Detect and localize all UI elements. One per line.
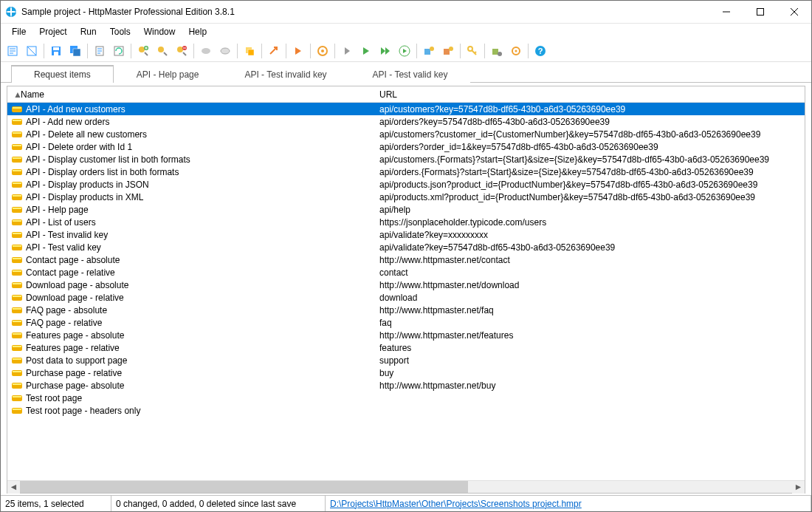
tab-request-items[interactable]: Request items xyxy=(11,65,114,83)
row-url: api/products.xml?product_id={ProductNumb… xyxy=(375,192,805,202)
table-row[interactable]: API - Test invalid keyapi/validate?key=x… xyxy=(7,228,805,241)
request-item-icon xyxy=(10,355,24,366)
table-row[interactable]: FAQ page - absolutehttp://www.httpmaster… xyxy=(7,304,805,316)
table-row[interactable]: API - Display customer list in both form… xyxy=(7,153,805,165)
table-row[interactable]: Download page - absolutehttp://www.httpm… xyxy=(7,279,805,291)
svg-rect-82 xyxy=(13,371,21,372)
table-row[interactable]: API - Add new customersapi/customers?key… xyxy=(7,103,805,115)
auth-basic-button[interactable] xyxy=(420,42,438,60)
request-url-button[interactable] xyxy=(265,42,283,60)
svg-point-34 xyxy=(498,52,502,56)
table-row[interactable]: Purchase page- absolutehttp://www.httpma… xyxy=(7,379,805,392)
table-row[interactable]: API - Display products in JSONapi/produc… xyxy=(7,178,805,191)
delete-item-button[interactable] xyxy=(173,42,190,60)
row-url: contact xyxy=(375,267,805,278)
add-item-button[interactable] xyxy=(134,42,152,60)
svg-point-19 xyxy=(177,47,183,52)
open-project-button[interactable] xyxy=(23,42,41,60)
table-row[interactable]: Post data to support pagesupport xyxy=(7,354,805,366)
project-properties-button[interactable] xyxy=(91,42,109,60)
row-name: Download page - relative xyxy=(24,293,375,303)
table-row[interactable]: API - Display products in XMLapi/product… xyxy=(7,191,805,203)
table-row[interactable]: API - Add new ordersapi/orders?key=57547… xyxy=(7,115,805,128)
table-row[interactable]: API - Help pageapi/help xyxy=(7,203,805,216)
close-button[interactable] xyxy=(777,1,811,23)
status-project-path[interactable]: D:\Projects\HttpMaster\Other\Projects\Sc… xyxy=(326,496,811,511)
auth-manage-button[interactable] xyxy=(439,42,457,60)
toolbar-separator xyxy=(460,44,461,58)
refresh-button[interactable] xyxy=(110,42,128,60)
request-item-icon xyxy=(10,279,24,291)
scroll-track[interactable] xyxy=(20,481,792,493)
start-button[interactable] xyxy=(289,42,307,60)
tab-api-test-valid-key[interactable]: API - Test valid key xyxy=(350,65,471,83)
table-row[interactable]: Download page - relativedownload xyxy=(7,291,805,304)
tab-api-help-page[interactable]: API - Help page xyxy=(114,65,222,83)
list-header: ▲ Name URL xyxy=(7,86,805,103)
menu-help[interactable]: Help xyxy=(182,24,213,40)
table-row[interactable]: API - List of usershttps://jsonplacehold… xyxy=(7,216,805,228)
svg-rect-72 xyxy=(13,308,21,310)
column-name[interactable]: ▲ Name xyxy=(7,86,375,102)
table-row[interactable]: FAQ page - relativefaq xyxy=(7,316,805,329)
row-name: Features page - absolute xyxy=(24,330,375,341)
table-row[interactable]: API - Test valid keyapi/validate?key=575… xyxy=(7,241,805,253)
disable-button[interactable] xyxy=(216,42,234,60)
settings-button[interactable] xyxy=(507,42,525,60)
table-row[interactable]: Contact page - absolutehttp://www.httpma… xyxy=(7,253,805,266)
table-row[interactable]: Purchase page - relativebuy xyxy=(7,366,805,379)
row-url: api/validate?key=57547d8b-df65-43b0-a6d3… xyxy=(375,242,805,253)
menu-window[interactable]: Window xyxy=(137,24,182,40)
scroll-right-button[interactable]: ► xyxy=(792,481,805,494)
table-row[interactable]: Features page - absolutehttp://www.httpm… xyxy=(7,329,805,341)
copy-button[interactable] xyxy=(241,42,258,60)
status-items: 25 items, 1 selected xyxy=(1,496,111,511)
table-row[interactable]: Test root page - headers only xyxy=(7,404,805,417)
enable-button[interactable] xyxy=(197,42,215,60)
row-url: http://www.httpmaster.net/contact xyxy=(375,255,805,265)
menu-file[interactable]: File xyxy=(5,24,32,40)
svg-point-16 xyxy=(139,47,145,52)
svg-rect-46 xyxy=(13,145,21,146)
table-row[interactable]: Contact page - relativecontact xyxy=(7,266,805,279)
maximize-button[interactable] xyxy=(743,1,777,23)
menu-project[interactable]: Project xyxy=(32,24,73,40)
new-project-button[interactable] xyxy=(4,42,21,60)
tab-api-test-invalid-key[interactable]: API - Test invalid key xyxy=(221,65,349,83)
request-item-icon xyxy=(10,141,24,153)
svg-point-22 xyxy=(221,48,230,54)
options-button[interactable] xyxy=(488,42,506,60)
step-button[interactable] xyxy=(338,42,356,60)
list-body[interactable]: API - Add new customersapi/customers?key… xyxy=(7,103,805,480)
run-group-button[interactable] xyxy=(396,42,413,60)
table-row[interactable]: API - Delete all new customersapi/custom… xyxy=(7,128,805,140)
run-button[interactable] xyxy=(357,42,375,60)
help-button[interactable]: ? xyxy=(531,42,549,60)
table-row[interactable]: Features page - relativefeatures xyxy=(7,341,805,354)
scroll-thumb[interactable] xyxy=(20,481,468,493)
request-list-panel: ▲ Name URL API - Add new customersapi/cu… xyxy=(7,86,805,494)
run-all-button[interactable] xyxy=(376,42,394,60)
edit-item-button[interactable] xyxy=(154,42,171,60)
save-button[interactable] xyxy=(47,42,65,60)
save-all-button[interactable] xyxy=(66,42,84,60)
table-row[interactable]: Test root page xyxy=(7,392,805,404)
horizontal-scrollbar[interactable]: ◄ ► xyxy=(7,480,805,493)
row-url: features xyxy=(375,343,805,353)
request-item-icon xyxy=(10,317,24,329)
menu-run[interactable]: Run xyxy=(74,24,103,40)
row-name: API - Display products in XML xyxy=(24,192,375,202)
key-button[interactable] xyxy=(464,42,481,60)
request-item-icon xyxy=(10,242,24,253)
column-url[interactable]: URL xyxy=(375,86,805,102)
table-row[interactable]: API - Delete order with Id 1api/orders?o… xyxy=(7,140,805,153)
global-parameters-button[interactable] xyxy=(314,42,331,60)
scroll-left-button[interactable]: ◄ xyxy=(7,481,20,494)
svg-rect-68 xyxy=(13,283,21,284)
table-row[interactable]: API - Display orders list in both format… xyxy=(7,165,805,178)
minimize-button[interactable] xyxy=(709,1,743,23)
menubar: FileProjectRunToolsWindowHelp xyxy=(1,24,811,40)
status-changes: 0 changed, 0 added, 0 deleted since last… xyxy=(111,496,326,511)
row-name: API - Test invalid key xyxy=(24,230,375,240)
menu-tools[interactable]: Tools xyxy=(103,24,137,40)
